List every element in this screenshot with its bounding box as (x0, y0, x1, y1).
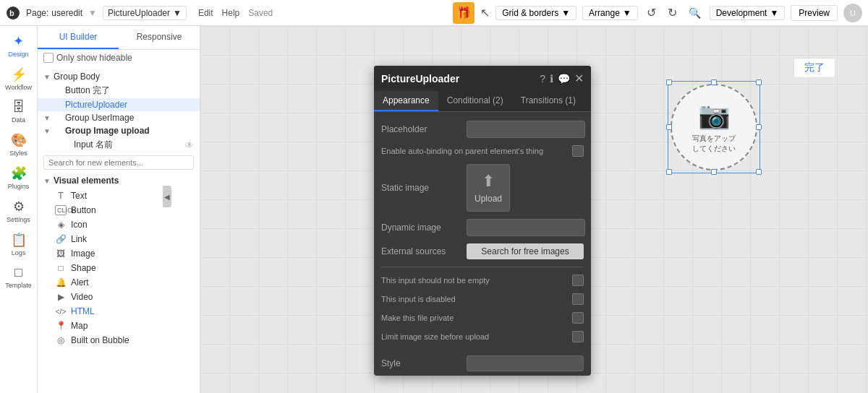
preview-button[interactable]: Preview (791, 5, 838, 21)
visual-label: Alert (71, 277, 89, 288)
elements-panel: UI Builder Responsive Only show hideable… (38, 26, 200, 393)
cursor-icon: ↖ (480, 6, 490, 20)
visual-label: HTML (71, 306, 95, 316)
picture-uploader-widget[interactable]: 📷 写真をアップしてください (671, 84, 757, 170)
static-image-label: Static image (381, 183, 461, 193)
placeholder-label: Placeholder (381, 124, 461, 134)
complete-button[interactable]: 完了 (793, 58, 835, 78)
visual-shape[interactable]: □ Shape (38, 261, 200, 275)
dynamic-image-label: Dynamic image (381, 223, 461, 233)
visual-button[interactable]: CLICK Button (38, 203, 200, 217)
main-layout: ✦ Design ⚡ Workflow 🗄 Data 🎨 Styles 🧩 Pl… (0, 26, 868, 393)
sidebar-item-template[interactable]: □ Template (0, 261, 37, 293)
style-select[interactable] (467, 355, 584, 371)
private-toggle[interactable] (572, 312, 584, 324)
user-avatar[interactable]: U (843, 4, 862, 22)
sidebar-item-data[interactable]: 🗄 Data (0, 95, 37, 128)
placeholder-input[interactable] (467, 121, 585, 138)
picture-uploader-modal: PictureUploader ? ℹ 💬 ✕ Appearance Condi… (374, 66, 591, 376)
link-icon: 🔗 (55, 234, 67, 244)
tree-label: Group UserImage (65, 113, 134, 123)
visual-html[interactable]: </> HTML (38, 304, 200, 319)
upload-area[interactable]: ⬆ Upload (467, 164, 510, 212)
arrange-button[interactable]: Arrange ▼ (582, 6, 638, 20)
plugins-icon: 🧩 (11, 165, 27, 181)
video-icon: ▶ (55, 292, 67, 302)
tab-conditional[interactable]: Conditional (2) (438, 91, 512, 111)
tree-group-image-upload[interactable]: ▼ Group Image upload (38, 124, 200, 137)
visual-image[interactable]: 🖼 Image (38, 246, 200, 261)
text-icon: T (55, 191, 67, 201)
help-link[interactable]: Help (222, 8, 240, 18)
only-show-label: Only show hideable (56, 53, 132, 63)
visual-elements-header[interactable]: ▼ Visual elements (38, 173, 200, 189)
tree-label: Input 名前 (74, 139, 113, 151)
sidebar-item-workflow[interactable]: ⚡ Workflow (0, 62, 37, 95)
limit-size-toggle[interactable] (572, 331, 584, 342)
collapse-handle[interactable]: ◀ (163, 186, 171, 207)
visual-video[interactable]: ▶ Video (38, 290, 200, 304)
development-button[interactable]: Development ▼ (710, 6, 786, 20)
sidebar-item-logs[interactable]: 📋 Logs (0, 228, 37, 261)
modal-header: PictureUploader ? ℹ 💬 ✕ (374, 66, 591, 91)
sidebar-item-styles[interactable]: 🎨 Styles (0, 128, 37, 161)
dynamic-image-input[interactable] (467, 219, 585, 236)
toggle-icon: ▼ (43, 73, 51, 81)
sidebar-item-plugins[interactable]: 🧩 Plugins (0, 161, 37, 194)
only-show-checkbox[interactable] (43, 53, 54, 63)
data-label: Data (12, 116, 25, 124)
element-dropdown[interactable]: PictureUploader ▼ (103, 6, 187, 20)
data-icon: 🗄 (12, 100, 25, 115)
visual-alert[interactable]: 🔔 Alert (38, 275, 200, 290)
section-toggle-icon: ▼ (43, 177, 51, 185)
tab-responsive[interactable]: Responsive (119, 26, 200, 49)
visual-link[interactable]: 🔗 Link (38, 232, 200, 246)
undo-button[interactable]: ↺ (644, 4, 659, 21)
visual-icon[interactable]: ◈ Icon (38, 217, 200, 232)
tab-appearance[interactable]: Appearance (374, 91, 438, 111)
visual-label: Button (71, 205, 96, 215)
tree-input-name[interactable]: Input 名前 👁 (38, 137, 200, 152)
template-icon: □ (14, 265, 22, 280)
redo-button[interactable]: ↻ (665, 4, 680, 21)
disabled-toggle[interactable] (572, 293, 584, 305)
not-empty-toggle[interactable] (572, 275, 584, 286)
search-elements-input[interactable] (43, 155, 194, 170)
logs-label: Logs (12, 249, 26, 256)
visual-text[interactable]: T Text (38, 189, 200, 203)
tree-group-body[interactable]: ▼ Group Body (38, 70, 200, 83)
search-button[interactable]: 🔍 (686, 6, 704, 20)
selection-outline (668, 81, 760, 173)
button-icon: CLICK (55, 205, 67, 215)
topbar-separator: ▼ (88, 8, 97, 18)
visual-built-on-bubble[interactable]: ◎ Built on Bubble (38, 333, 200, 347)
upload-icon: ⬆ (482, 172, 495, 191)
sidebar-item-settings[interactable]: ⚙ Settings (0, 194, 37, 228)
tree-button-complete[interactable]: Button 完了 (38, 83, 200, 98)
development-label: Development (716, 8, 767, 18)
tree-group-userimage[interactable]: ▼ Group UserImage (38, 111, 200, 124)
tree-picture-uploader[interactable]: PictureUploader (38, 98, 200, 111)
panel-tabs: UI Builder Responsive (38, 26, 200, 50)
grid-borders-button[interactable]: Grid & borders ▼ (495, 6, 576, 20)
tab-transitions[interactable]: Transitions (1) (512, 91, 584, 111)
search-free-images-button[interactable]: Search for free images (467, 243, 584, 259)
tree-label: Group Body (54, 72, 100, 82)
auto-binding-toggle[interactable] (572, 145, 584, 157)
visual-label: Map (71, 321, 88, 331)
page-label: Page: (26, 8, 48, 18)
canvas-widget-container[interactable]: 📷 写真をアップしてください (671, 84, 757, 170)
modal-title: PictureUploader (381, 73, 535, 85)
sidebar-item-design[interactable]: ✦ Design (0, 29, 37, 62)
help-icon[interactable]: ? (540, 73, 545, 85)
visual-label: Built on Bubble (71, 335, 129, 345)
edit-link[interactable]: Edit (198, 8, 213, 18)
gift-icon[interactable]: 🎁 (453, 2, 475, 24)
arrange-label: Arrange (589, 8, 620, 18)
visual-map[interactable]: 📍 Map (38, 319, 200, 333)
info-icon[interactable]: ℹ (550, 73, 553, 85)
close-icon[interactable]: ✕ (574, 72, 584, 85)
chat-icon[interactable]: 💬 (558, 73, 570, 85)
canvas-area[interactable]: 完了 PictureUploader ? ℹ 💬 ✕ Appearance Co… (200, 26, 868, 393)
tab-ui-builder[interactable]: UI Builder (38, 26, 119, 49)
